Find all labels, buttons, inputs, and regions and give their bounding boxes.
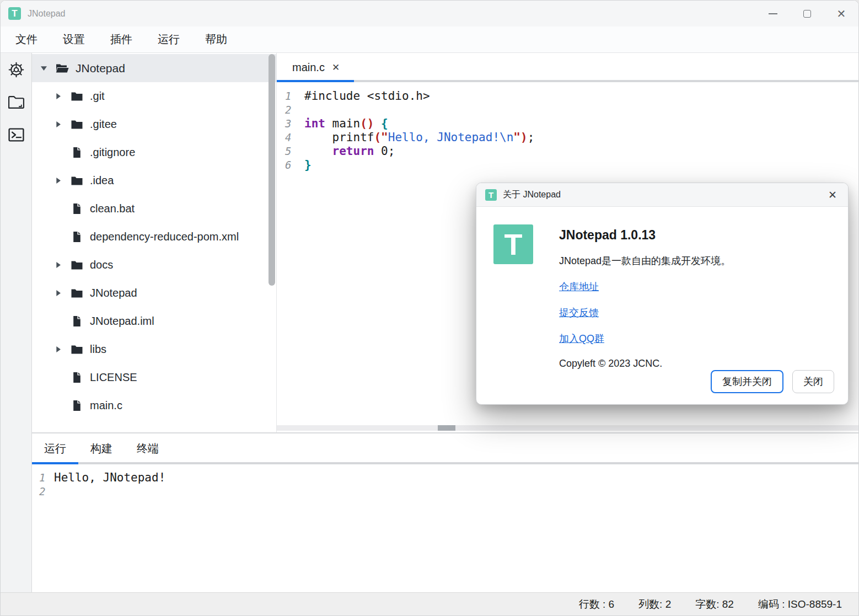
menu-run[interactable]: 运行 (157, 30, 181, 49)
tree-item-label: JNotepad (76, 62, 125, 75)
code-token: main (325, 117, 360, 130)
tab-run[interactable]: 运行 (32, 441, 78, 464)
menu-help[interactable]: 帮助 (204, 30, 228, 49)
tree-scrollbar (269, 54, 275, 431)
tree-row-root[interactable]: JNotepad (32, 54, 276, 82)
chevron-right-icon[interactable] (52, 92, 64, 101)
maximize-button[interactable] (790, 1, 824, 26)
tab-terminal[interactable]: 终端 (125, 441, 171, 464)
chevron-right-icon[interactable] (52, 176, 64, 185)
chevron-right-icon[interactable] (52, 345, 64, 354)
menu-plugins[interactable]: 插件 (109, 30, 133, 49)
copy-and-close-button[interactable]: 复制并关闭 (711, 370, 783, 393)
folder-icon[interactable] (7, 93, 25, 111)
editor-scrollbar-thumb[interactable] (438, 425, 455, 431)
code-token: " (513, 131, 520, 144)
code-token: Hello, JNotepad!\n (388, 131, 514, 144)
dialog-body: T JNotepad 1.0.13 JNotepad是一款自由的集成开发环境。 … (476, 207, 848, 369)
editor-horizontal-scrollbar (277, 425, 858, 431)
tree-row-gitee[interactable]: .gitee (32, 110, 276, 138)
dialog-app-logo-icon: T (485, 189, 497, 201)
jnotepad-logo: T (493, 224, 533, 264)
chevron-right-icon[interactable] (52, 260, 64, 270)
file-icon (68, 231, 85, 243)
tree-row-dependency-pom[interactable]: dependency-reduced-pom.xml (32, 223, 276, 251)
file-icon (68, 315, 85, 327)
code-line: 3 int main() { (277, 117, 858, 131)
tree-row-jnotepad-iml[interactable]: JNotepad.iml (32, 307, 276, 335)
terminal-icon[interactable] (7, 126, 25, 143)
about-dialog: T 关于 JNotepad ✕ T JNotepad 1.0.13 JNotep… (476, 183, 849, 405)
tree-item-label: dependency-reduced-pom.xml (90, 231, 239, 243)
line-number: 3 (277, 117, 304, 131)
minimize-button[interactable] (756, 1, 790, 26)
tree-row-libs[interactable]: libs (32, 335, 276, 363)
folder-icon (68, 120, 85, 130)
code-line: 4 printf("Hello, JNotepad!\n"); (277, 131, 858, 144)
copyright-text: Copyleft © 2023 JCNC. (559, 358, 731, 369)
tree-row-gitignore[interactable]: .gitignore (32, 138, 276, 167)
output-text: Hello, JNotepad! (54, 471, 165, 485)
tree-item-label: .gitee (90, 118, 117, 131)
tree-item-label: LICENSE (90, 371, 137, 384)
app-description: JNotepad是一款自由的集成开发环境。 (559, 254, 731, 267)
status-bar: 行数 : 6 列数: 2 字数: 82 编码 : ISO-8859-1 (1, 592, 858, 615)
file-icon (68, 203, 85, 215)
tree-item-label: docs (90, 259, 113, 271)
tree-row-git[interactable]: .git (32, 82, 276, 110)
code-token: 0; (374, 144, 395, 158)
chevron-right-icon[interactable] (52, 120, 64, 129)
file-icon (68, 147, 85, 158)
title-bar: T JNotepad ✕ (1, 1, 858, 26)
tab-main-c[interactable]: main.c ✕ (277, 61, 354, 82)
settings-gear-icon[interactable] (7, 61, 25, 78)
file-icon (68, 372, 85, 383)
code-token: int (304, 117, 325, 130)
menu-file[interactable]: 文件 (14, 30, 39, 49)
tree-row-idea[interactable]: .idea (32, 167, 276, 195)
link-qq-group[interactable]: 加入QQ群 (559, 332, 604, 345)
link-feedback[interactable]: 提交反馈 (559, 306, 599, 319)
tree-row-docs[interactable]: docs (32, 251, 276, 279)
close-button[interactable]: ✕ (824, 1, 858, 26)
chevron-right-icon[interactable] (52, 288, 64, 298)
tree-row-clean-bat[interactable]: clean.bat (32, 195, 276, 223)
tree-scrollbar-thumb[interactable] (269, 54, 275, 286)
tree-row-jnotepad-folder[interactable]: JNotepad (32, 279, 276, 307)
menu-settings[interactable]: 设置 (62, 30, 86, 49)
tab-close-icon[interactable]: ✕ (332, 62, 340, 73)
dialog-title: 关于 JNotepad (503, 189, 561, 201)
code-token: " (381, 131, 388, 144)
chevron-down-icon[interactable] (37, 64, 50, 72)
status-column: 列数: 2 (638, 597, 671, 612)
code-token: () (360, 117, 374, 130)
folder-icon (68, 176, 85, 186)
code-token (374, 117, 381, 130)
code-token: #include <stdio.h> (304, 89, 430, 103)
app-window: T JNotepad ✕ 文件 设置 插件 运行 帮助 (0, 0, 859, 616)
link-repository[interactable]: 仓库地址 (559, 280, 599, 293)
tree-row-main-c[interactable]: main.c (32, 392, 276, 420)
status-line-count: 行数 : 6 (579, 597, 614, 612)
output-line-number: 2 (32, 485, 54, 499)
code-line: 2 (277, 103, 858, 117)
dialog-close-button[interactable]: 关闭 (792, 370, 834, 393)
dialog-close-icon[interactable]: ✕ (826, 188, 839, 202)
tree-item-label: clean.bat (90, 202, 135, 215)
run-output-area[interactable]: 1 Hello, JNotepad! 2 (32, 464, 858, 592)
output-line-number: 1 (32, 471, 54, 485)
line-number: 5 (277, 144, 304, 158)
menu-bar: 文件 设置 插件 运行 帮助 (1, 26, 858, 53)
code-token: } (304, 158, 312, 172)
tree-row-license[interactable]: LICENSE (32, 363, 276, 392)
line-number: 6 (277, 158, 304, 172)
minimize-icon (769, 13, 777, 14)
editor-tab-bar: main.c ✕ (277, 53, 858, 82)
activity-bar (1, 53, 32, 592)
bottom-panel: 运行 构建 终端 1 Hello, JNotepad! 2 (32, 433, 858, 592)
folder-icon (68, 288, 85, 298)
tab-build[interactable]: 构建 (78, 441, 125, 464)
status-encoding: 编码 : ISO-8859-1 (758, 597, 842, 612)
code-line: 1 #include <stdio.h> (277, 89, 858, 103)
line-number: 4 (277, 131, 304, 144)
